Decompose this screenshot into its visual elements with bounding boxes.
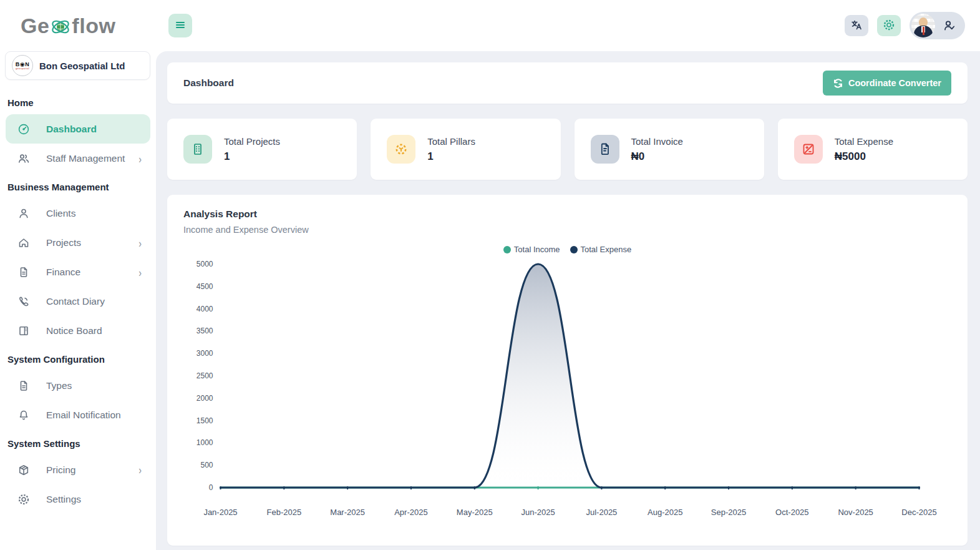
y-axis-label: 4500	[196, 282, 213, 291]
legend-label: Total Expense	[581, 245, 632, 254]
sidebar-item-label: Contact Diary	[46, 296, 142, 307]
home-icon	[17, 237, 30, 249]
sidebar-item-projects[interactable]: Projects›	[6, 228, 150, 257]
legend-label: Total Income	[514, 245, 560, 254]
x-axis-label: Apr-2025	[394, 508, 427, 517]
sidebar-nav: HomeDashboardStaff Management›Business M…	[0, 89, 156, 520]
building-icon	[183, 135, 212, 164]
translate-icon	[850, 19, 863, 33]
coordinate-converter-button[interactable]: Coordinate Converter	[823, 71, 951, 96]
stat-label: Total Invoice	[631, 136, 683, 147]
sidebar-item-dashboard[interactable]: Dashboard	[6, 114, 150, 144]
company-logo: B◉N geospatial	[12, 55, 33, 76]
legend-item-total-income[interactable]: Total Income	[503, 245, 560, 254]
sidebar-item-label: Projects	[46, 237, 138, 248]
sidebar-item-clients[interactable]: Clients	[6, 199, 150, 228]
sidebar-item-label: Email Notification	[46, 410, 142, 421]
user-avatar	[911, 14, 935, 37]
phone-icon	[17, 295, 30, 308]
sidebar-item-staff-management[interactable]: Staff Management›	[6, 144, 150, 173]
people-icon	[17, 152, 30, 165]
invoice-icon	[591, 135, 619, 164]
y-axis-label: 5000	[196, 260, 213, 268]
atom-globe-icon	[50, 16, 71, 37]
income-expense-chart: 0500100015002000250030003500400045005000…	[183, 257, 951, 523]
legend-item-total-expense[interactable]: Total Expense	[570, 245, 632, 254]
nav-section-title: Business Management	[0, 173, 156, 199]
app-root: Ge flow B◉N geospatial Bon Geospatial Lt…	[0, 0, 980, 550]
y-axis-label: 4000	[196, 305, 213, 313]
bell-icon	[17, 409, 30, 421]
content-column: Dashboard Coordinate Converter Total Pro…	[156, 0, 980, 550]
sidebar-item-types[interactable]: Types	[6, 371, 150, 400]
x-axis-label: Jul-2025	[586, 508, 617, 517]
nav-section-title: System Configuration	[0, 345, 156, 371]
x-axis-label: Mar-2025	[330, 508, 365, 517]
person-check-icon	[943, 19, 956, 32]
page-header-card: Dashboard Coordinate Converter	[167, 62, 968, 104]
sidebar-item-email-notification[interactable]: Email Notification	[6, 400, 150, 430]
legend-dot	[503, 246, 511, 253]
hamburger-button[interactable]	[168, 14, 192, 37]
analysis-report-card: Analysis Report Income and Expense Overv…	[167, 195, 968, 546]
sidebar-item-contact-diary[interactable]: Contact Diary	[6, 287, 150, 316]
account-button[interactable]	[910, 12, 965, 39]
report-subtitle: Income and Expense Overview	[183, 225, 951, 235]
gear-icon	[17, 493, 30, 506]
company-name: Bon Geospatial Ltd	[39, 61, 125, 71]
x-axis-label: Jun-2025	[521, 508, 555, 517]
chart-legend: Total IncomeTotal Expense	[183, 245, 951, 254]
sidebar: Ge flow B◉N geospatial Bon Geospatial Lt…	[0, 0, 156, 550]
language-button[interactable]	[845, 15, 868, 36]
y-axis-label: 1500	[196, 416, 213, 425]
page-title: Dashboard	[183, 77, 234, 89]
x-axis-label: May-2025	[457, 508, 493, 517]
document-icon	[17, 266, 30, 278]
stat-value: ₦5000	[835, 150, 893, 163]
gear-icon	[883, 19, 895, 33]
stat-value: 1	[224, 150, 280, 163]
stat-card-total-pillars: Total Pillars1	[371, 119, 560, 180]
logo-text-ge: Ge	[21, 14, 49, 38]
sidebar-item-settings[interactable]: Settings	[6, 484, 150, 514]
gauge-icon	[17, 123, 30, 135]
sync-icon	[833, 78, 843, 89]
chevron-right-icon: ›	[138, 265, 142, 278]
person-icon	[17, 207, 30, 220]
report-title: Analysis Report	[183, 209, 951, 220]
pillars-icon	[387, 135, 415, 164]
y-axis-label: 500	[200, 461, 213, 469]
chevron-right-icon: ›	[138, 236, 142, 249]
sidebar-item-label: Clients	[46, 208, 142, 219]
stat-label: Total Expense	[835, 136, 893, 147]
sidebar-item-notice-board[interactable]: Notice Board	[6, 316, 150, 345]
sidebar-item-finance[interactable]: Finance›	[6, 257, 150, 287]
x-axis-label: Oct-2025	[775, 508, 808, 517]
stat-card-total-expense: Total Expense₦5000	[778, 119, 968, 180]
topbar	[156, 0, 980, 51]
y-axis-label: 1000	[196, 438, 213, 447]
main-content: Dashboard Coordinate Converter Total Pro…	[156, 51, 980, 550]
hamburger-icon	[174, 19, 187, 33]
y-axis-label: 2000	[196, 394, 213, 403]
y-axis-label: 3500	[196, 327, 213, 335]
x-axis-label: Jan-2025	[203, 508, 237, 517]
package-icon	[17, 464, 30, 476]
sidebar-item-label: Pricing	[46, 464, 138, 476]
sidebar-item-label: Settings	[46, 494, 142, 505]
x-axis-label: Dec-2025	[901, 508, 936, 517]
stat-label: Total Pillars	[427, 136, 475, 147]
x-axis-label: Feb-2025	[266, 508, 301, 517]
company-card[interactable]: B◉N geospatial Bon Geospatial Ltd	[5, 51, 150, 80]
stat-card-total-invoice: Total Invoice₦0	[575, 119, 764, 180]
logo-text-flow: flow	[72, 14, 115, 38]
legend-dot	[570, 246, 578, 253]
y-axis-label: 0	[209, 483, 213, 492]
sidebar-item-label: Types	[46, 380, 142, 391]
settings-button[interactable]	[877, 15, 901, 36]
topbar-actions	[845, 12, 965, 39]
chevron-right-icon: ›	[138, 152, 142, 165]
sidebar-item-label: Finance	[46, 267, 138, 278]
sidebar-item-pricing[interactable]: Pricing›	[6, 455, 150, 484]
x-axis-label: Sep-2025	[711, 508, 746, 517]
